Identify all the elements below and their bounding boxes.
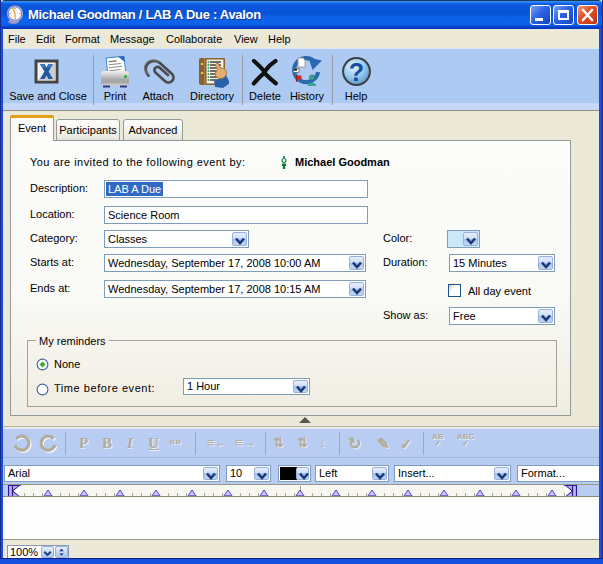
svg-text:?: ? <box>349 58 364 86</box>
